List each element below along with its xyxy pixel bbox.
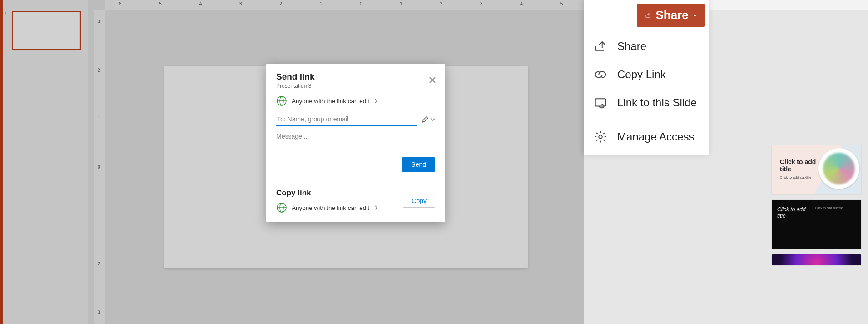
pencil-icon [422, 116, 429, 123]
dialog-title: Send link [276, 72, 435, 82]
send-link-dialog: Send link Presentation 3 Anyone with the… [266, 64, 445, 222]
design-template-3[interactable] [772, 254, 861, 265]
close-button[interactable] [426, 74, 439, 86]
chevron-down-icon [431, 117, 435, 122]
link-permission-row[interactable]: Anyone with the link can edit [276, 95, 435, 106]
gear-icon [594, 130, 607, 144]
share-arrow-icon [645, 10, 651, 21]
menu-label: Share [617, 40, 646, 53]
app-root: 1 6543210123456 3210123 C Send link Pres… [0, 0, 868, 324]
chevron-down-icon [693, 12, 697, 19]
menu-label: Manage Access [617, 130, 694, 143]
message-input[interactable] [276, 133, 435, 151]
recipients-input[interactable] [276, 113, 417, 126]
close-icon [429, 77, 436, 83]
copy-button[interactable]: Copy [403, 194, 435, 208]
menu-link-to-slide[interactable]: Link to this Slide [584, 89, 709, 117]
template-title: Click to add title [780, 158, 821, 173]
chevron-right-icon [374, 99, 378, 103]
menu-label: Copy Link [617, 68, 666, 81]
divider [593, 120, 700, 120]
design-template-1[interactable]: Click to add title Click to add subtitle [772, 145, 861, 194]
copy-link-title: Copy link [276, 189, 403, 198]
template-subtitle: Click to add subtitle [780, 175, 811, 179]
slide-link-icon [594, 96, 607, 110]
globe-icon [276, 202, 287, 213]
menu-copy-link[interactable]: Copy Link [584, 60, 709, 89]
chevron-right-icon [374, 205, 378, 210]
document-name: Presentation 3 [276, 83, 435, 89]
globe-icon [276, 95, 287, 106]
share-dropdown-panel: Share Share Copy Link Link to this Slide… [584, 0, 709, 155]
copy-link-permission-row[interactable]: Anyone with the link can edit [276, 202, 403, 213]
template-title: Click to add title [777, 206, 809, 219]
menu-share[interactable]: Share [584, 32, 709, 60]
link-icon [594, 68, 607, 81]
share-main-button[interactable]: Share [637, 4, 705, 27]
send-button[interactable]: Send [402, 157, 435, 172]
swirl-graphic [818, 148, 859, 189]
menu-manage-access[interactable]: Manage Access [584, 123, 709, 151]
menu-label: Link to this Slide [617, 96, 697, 109]
svg-rect-4 [595, 99, 606, 106]
permission-text: Anyone with the link can edit [292, 98, 369, 105]
share-button-label: Share [655, 8, 688, 22]
designer-panel: Click to add title Click to add subtitle… [772, 145, 863, 265]
svg-point-5 [599, 135, 602, 139]
template-subtitle: Click to add subtitle [815, 206, 843, 209]
share-arrow-icon [594, 40, 607, 53]
design-template-2[interactable]: Click to add title Click to add subtitle [772, 200, 861, 249]
permission-picker[interactable] [422, 116, 435, 123]
copy-permission-text: Anyone with the link can edit [292, 204, 369, 211]
divider [812, 204, 812, 244]
